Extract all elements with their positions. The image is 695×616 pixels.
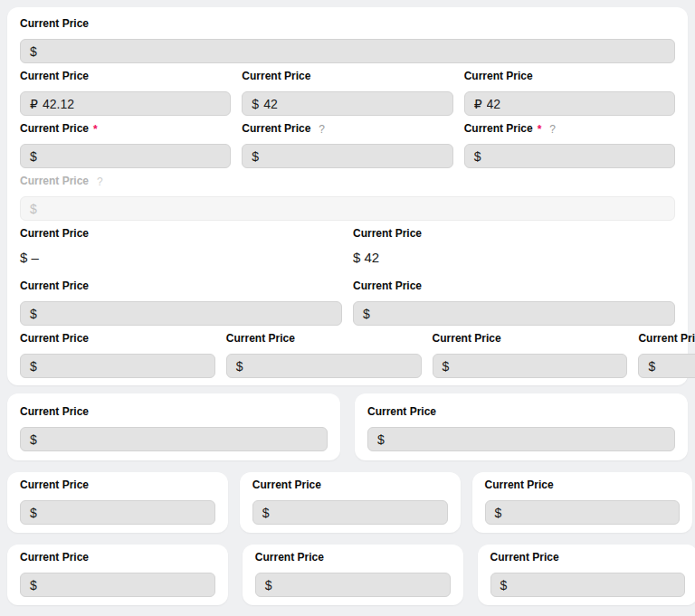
currency-field: Current Price $ (20, 406, 328, 451)
currency-input-box-disabled: $ (20, 196, 675, 221)
currency-input-box[interactable]: $ (20, 573, 215, 597)
currency-input[interactable] (511, 573, 675, 596)
currency-field: Current Price $ (490, 552, 686, 597)
row-readonly: Current Price $ – Current Price $ 42 (20, 228, 675, 273)
currency-input-box[interactable]: $ (490, 573, 686, 597)
currency-input-box[interactable]: $ (20, 427, 328, 451)
currency-field: Current Price ₽ (20, 71, 231, 116)
currency-input[interactable] (660, 355, 695, 377)
field-label: Current Price (20, 280, 89, 292)
field-card: Current Price $ (472, 472, 693, 533)
currency-input-box[interactable]: $ (252, 500, 448, 525)
currency-prefix: $ (30, 44, 37, 59)
currency-prefix: $ (265, 578, 272, 592)
required-marker: * (538, 123, 542, 136)
help-icon[interactable]: ? (549, 123, 556, 136)
currency-input[interactable] (248, 355, 412, 377)
field-card: Current Price $ (355, 393, 688, 460)
currency-field: Current Price $ (255, 552, 451, 597)
currency-input[interactable] (43, 92, 221, 115)
currency-input-box[interactable]: $ (353, 301, 675, 326)
help-icon[interactable]: ? (319, 123, 325, 136)
currency-input[interactable] (42, 428, 318, 450)
required-marker: * (93, 123, 98, 136)
currency-input[interactable] (42, 145, 222, 167)
field-card: Current Price $ (240, 472, 461, 533)
currency-input[interactable] (485, 145, 665, 167)
currency-input[interactable] (506, 501, 670, 524)
currency-input-box[interactable]: ₽ (464, 91, 675, 116)
currency-field-with-help: Current Price ? $ (242, 123, 452, 168)
currency-field: Current Price ₽ (464, 71, 675, 116)
currency-input-box[interactable]: $ (367, 427, 675, 451)
currency-prefix: $ (30, 307, 37, 321)
currency-field-required: Current Price * $ (20, 123, 231, 168)
currency-field: Current Price $ (367, 406, 675, 451)
readonly-value: $ 42 (353, 249, 675, 267)
field-card: Current Price $ (7, 472, 228, 533)
currency-input-box[interactable]: $ (433, 354, 628, 378)
currency-input-box[interactable]: $ (226, 354, 422, 378)
currency-field: Current Price $ (20, 479, 215, 525)
currency-input[interactable] (263, 145, 443, 167)
currency-input[interactable] (42, 40, 665, 62)
field-card: Current Price $ (243, 545, 463, 605)
currency-input-box[interactable]: ₽ (20, 91, 231, 116)
cards-row-two: Current Price $ Current Price $ (7, 393, 688, 460)
currency-input-box[interactable]: $ (20, 39, 675, 63)
currency-prefix: $ (648, 359, 655, 374)
currency-input[interactable] (42, 302, 332, 325)
currency-prefix: $ (500, 578, 508, 592)
field-label: Current Price (20, 552, 89, 564)
currency-input[interactable] (277, 573, 441, 596)
currency-field-readonly: Current Price $ – (20, 228, 342, 273)
currency-prefix: $ (262, 506, 270, 520)
currency-input-box[interactable]: $ (242, 144, 452, 168)
currency-field: Current Price $ (20, 333, 215, 378)
currency-prefix: $ (252, 97, 259, 111)
field-label: Current Price (255, 552, 324, 564)
currency-input[interactable] (42, 501, 205, 524)
field-label: Current Price (20, 123, 89, 135)
currency-prefix: $ (495, 506, 502, 520)
currency-input[interactable] (42, 355, 205, 377)
currency-field-required-with-help: Current Price * ? $ (464, 123, 675, 168)
currency-input-box[interactable]: $ (20, 500, 215, 525)
field-label: Current Price (226, 333, 295, 345)
currency-input-box[interactable]: $ (242, 91, 452, 116)
field-card: Current Price $ (7, 393, 340, 460)
currency-input-box[interactable]: $ (255, 573, 451, 597)
field-card: Current Price $ (478, 545, 695, 605)
currency-input-box[interactable]: $ (464, 144, 675, 168)
currency-input[interactable] (263, 92, 443, 115)
currency-field: Current Price $ (638, 333, 695, 378)
currency-field: Current Price $ (485, 479, 681, 525)
currency-input-box[interactable]: $ (485, 500, 681, 525)
currency-input-box[interactable]: $ (20, 301, 342, 326)
main-card: Current Price $ Current Price ₽ Current … (7, 7, 688, 385)
field-label: Current Price (353, 280, 422, 292)
field-label: Current Price (638, 333, 695, 345)
currency-field: Current Price $ (226, 333, 422, 378)
currency-input-box[interactable]: $ (20, 144, 231, 168)
field-label: Current Price (490, 552, 559, 564)
currency-input[interactable] (274, 501, 438, 524)
currency-prefix: $ (30, 506, 37, 520)
field-label: Current Price (20, 18, 89, 30)
currency-input-disabled (42, 197, 665, 220)
currency-field: Current Price $ (20, 280, 342, 326)
currency-input-box[interactable]: $ (638, 354, 695, 378)
currency-field: Current Price $ (433, 333, 628, 378)
currency-input[interactable] (389, 428, 665, 450)
currency-input[interactable] (487, 92, 665, 115)
currency-input-box[interactable]: $ (20, 354, 215, 378)
currency-field: Current Price $ (252, 479, 448, 525)
currency-field-disabled: Current Price ? $ (20, 175, 675, 221)
currency-input[interactable] (453, 355, 617, 377)
field-label: Current Price (485, 479, 554, 491)
currency-input[interactable] (42, 573, 205, 596)
currency-input[interactable] (375, 302, 665, 325)
field-label: Current Price (433, 333, 501, 345)
currency-prefix: $ (377, 432, 385, 447)
currency-prefix: $ (30, 149, 37, 164)
